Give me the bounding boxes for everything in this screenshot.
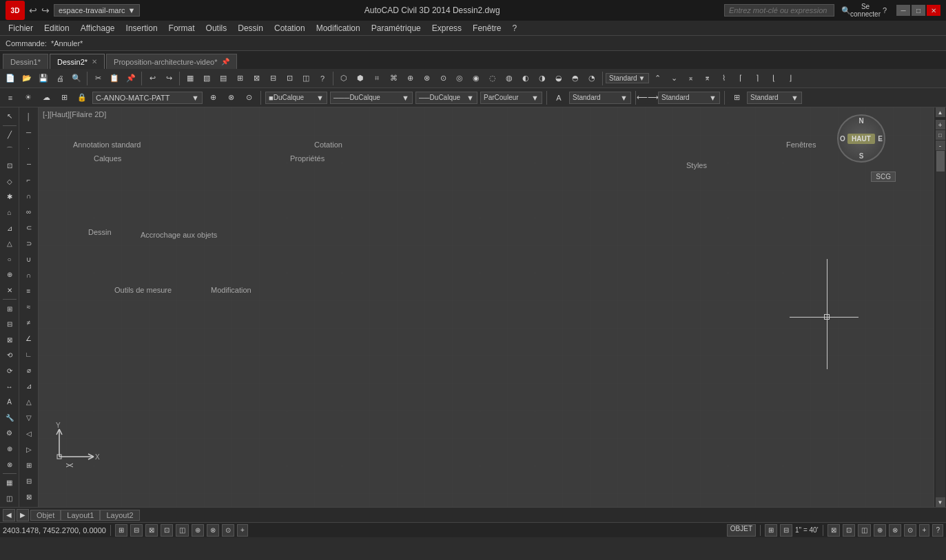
print-preview-button[interactable]: 🔍 [69,71,84,86]
lt-btn-24[interactable]: ◫ [1,491,18,506]
layer-tool-1[interactable]: ⊕ [205,90,220,105]
lt2-btn-7[interactable]: ∞ [21,204,37,219]
tb-btn-14[interactable]: ⊕ [402,71,418,86]
zoom-in-button[interactable]: + [936,120,945,129]
tb-btn-29[interactable]: ⌆ [700,71,715,86]
lt-btn-5[interactable]: ✱ [1,189,18,205]
tb-btn-12[interactable]: ⌗ [369,71,384,86]
layer-btn-1[interactable]: ☀ [21,90,36,105]
lt2-btn-2[interactable]: ─ [21,125,37,140]
layer-btn-4[interactable]: 🔒 [74,90,90,105]
settings-button-2[interactable]: ⊡ [843,524,855,537]
lt-btn-10[interactable]: ⊕ [1,267,18,282]
scroll-track[interactable] [936,150,945,497]
tab-prev-button[interactable]: ◀ [3,509,15,521]
help-button[interactable]: ? [877,3,892,18]
canvas-area[interactable]: [-][Haut][Filaire 2D] Annotation standar… [39,107,934,507]
search-input[interactable] [724,4,834,17]
settings-button-6[interactable]: ⊙ [904,524,916,537]
lt2-btn-20[interactable]: ▽ [21,410,37,425]
open-button[interactable]: 📂 [19,71,34,86]
lt2-btn-9[interactable]: ⊃ [21,236,37,251]
lt-btn-14[interactable]: ⊠ [1,333,18,348]
tab-dessin1[interactable]: Dessin1* [3,54,48,69]
print-button[interactable]: 🖨 [52,71,68,86]
tb-btn-30[interactable]: ⌇ [717,71,732,86]
redo-toolbar-button[interactable]: ↪ [161,71,176,86]
lt-btn-7[interactable]: ⊿ [1,220,18,236]
menu-dessin[interactable]: Dessin [232,22,269,34]
tb-btn-32[interactable]: ⌉ [750,71,765,86]
help-bottom-button[interactable]: ? [932,524,943,537]
menu-parametrique[interactable]: Paramétrique [366,22,426,34]
lt-btn-1[interactable]: ╱ [1,127,18,143]
tb-btn-31[interactable]: ⌈ [733,71,748,86]
minimize-button[interactable]: ─ [896,5,910,16]
tb-btn-13[interactable]: ⌘ [386,71,401,86]
save-button[interactable]: 💾 [36,71,51,86]
tab-proposition[interactable]: Proposition-architecture-video* 📌 [106,54,237,69]
lt-btn-22[interactable]: ⊗ [1,457,18,472]
tb-btn-24[interactable]: ◓ [568,71,583,86]
tb-btn-6[interactable]: ⊟ [265,71,280,86]
lt-btn-3[interactable]: ⊡ [1,158,18,174]
tb-btn-2[interactable]: ▧ [199,71,214,86]
lt-btn-19[interactable]: 🔧 [1,411,18,426]
workspace-dropdown[interactable]: espace-travail-marc ▼ [54,4,140,17]
tab-dessin2[interactable]: Dessin2* ✕ [50,54,105,69]
lt2-btn-1[interactable]: │ [21,109,37,124]
anno-scale-dropdown[interactable]: Standard ▼ [569,92,631,104]
undo-toolbar-button[interactable]: ↩ [145,71,160,86]
tb-btn-16[interactable]: ⊙ [435,71,451,86]
tb-btn-20[interactable]: ◍ [502,71,517,86]
dyn-button[interactable]: ⊗ [207,524,219,537]
settings-button-7[interactable]: + [919,524,930,537]
layout-tab-layout1[interactable]: Layout1 [61,510,100,521]
copy-button[interactable]: 📋 [107,71,122,86]
layer-props-button[interactable]: ≡ [3,90,18,105]
menu-fichier[interactable]: Fichier [3,22,39,34]
lt2-btn-8[interactable]: ⊂ [21,220,37,235]
lt-btn-18[interactable]: A [1,395,18,410]
tp-button[interactable]: + [237,524,248,537]
plot-style-dropdown[interactable]: ParCouleur ▼ [480,92,542,104]
lt2-btn-12[interactable]: ≡ [21,283,37,298]
lt2-btn-11[interactable]: ∩ [21,267,37,282]
tb-btn-28[interactable]: ⌅ [683,71,699,86]
lt-btn-13[interactable]: ⊟ [1,317,18,332]
menu-express[interactable]: Express [426,22,467,34]
table-style-dropdown[interactable]: Standard ▼ [747,92,802,104]
dim-style-btn[interactable]: ⟵⟶ [640,90,655,105]
menu-insertion[interactable]: Insertion [121,22,163,34]
tb-btn-1[interactable]: ▦ [183,71,198,86]
paste-button[interactable]: 📌 [123,71,138,86]
lt-btn-8[interactable]: △ [1,236,18,251]
tb-btn-7[interactable]: ⊡ [282,71,297,86]
lt2-btn-22[interactable]: ▷ [21,442,37,457]
scroll-down-button[interactable]: ▼ [936,497,945,507]
lt2-btn-23[interactable]: ⊞ [21,457,37,473]
tb-btn-21[interactable]: ◐ [518,71,533,86]
scroll-thumb[interactable] [936,151,945,172]
menu-modification[interactable]: Modification [311,22,366,34]
lt2-btn-6[interactable]: ∩ [21,188,37,203]
lt2-btn-19[interactable]: △ [21,394,37,409]
undo-button[interactable]: ↩ [29,5,37,16]
lt2-btn-17[interactable]: ⌀ [21,362,37,377]
tb-btn-23[interactable]: ◒ [551,71,566,86]
menu-edition[interactable]: Edition [39,22,75,34]
lt2-btn-25[interactable]: ⊠ [21,489,37,504]
lt-btn-9[interactable]: ○ [1,251,18,267]
lt2-btn-5[interactable]: ⌐ [21,172,37,187]
menu-format[interactable]: Format [163,22,200,34]
layer-tool-2[interactable]: ⊗ [223,90,238,105]
lt-btn-4[interactable]: ◇ [1,174,18,189]
osnap-button[interactable]: ◫ [176,524,189,537]
lt-btn-16[interactable]: ⟳ [1,364,18,379]
menu-fenetre[interactable]: Fenêtre [467,22,506,34]
cut-button[interactable]: ✂ [90,71,105,86]
settings-button-1[interactable]: ⊠ [827,524,840,537]
lt2-btn-10[interactable]: ∪ [21,251,37,267]
standard-dropdown[interactable]: Standard ▼ [606,73,649,83]
tb-btn-10[interactable]: ⬡ [336,71,351,86]
